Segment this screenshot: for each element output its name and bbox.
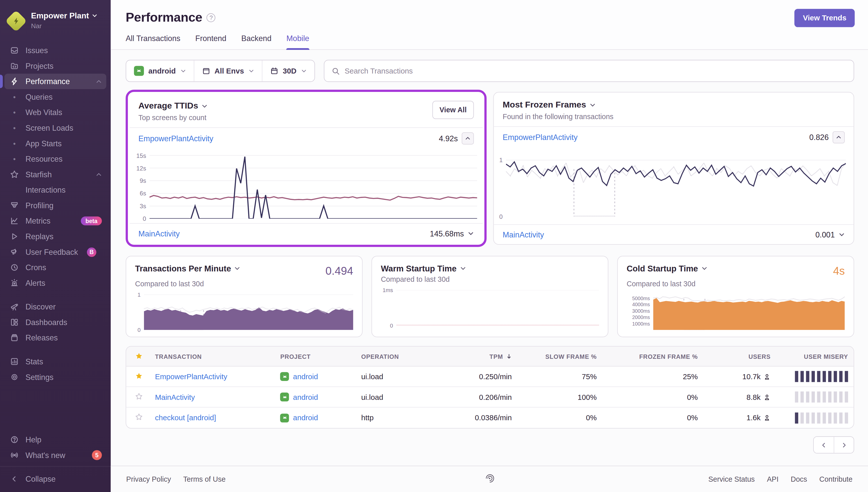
transaction-link[interactable]: EmpowerPlantActivity — [138, 134, 213, 143]
sidebar-item-user-feedback[interactable]: User Feedback B — [4, 244, 106, 260]
project-cell[interactable]: android — [275, 372, 356, 381]
chevron-down-icon[interactable] — [201, 103, 207, 109]
column-header-sorted[interactable]: TPM — [440, 353, 517, 360]
help-icon — [9, 435, 20, 444]
frozen-frame-cell: 25% — [602, 372, 703, 381]
sidebar-item-discover[interactable]: Discover — [4, 299, 106, 315]
search-input[interactable] — [344, 67, 846, 75]
chevron-down-icon[interactable] — [234, 265, 240, 271]
sidebar-item-profiling[interactable]: Profiling — [4, 198, 106, 213]
environment-filter[interactable]: All Envs — [194, 60, 262, 81]
tpm-card: Transactions Per Minute 0.494 Compared t… — [126, 256, 362, 337]
sidebar-item-queries[interactable]: •Queries — [4, 89, 106, 105]
android-project-icon — [280, 393, 289, 401]
docs-link[interactable]: Docs — [791, 475, 807, 484]
sidebar-item-metrics[interactable]: Metrics beta — [4, 213, 106, 229]
next-page-button[interactable] — [834, 437, 854, 453]
card-title: Transactions Per Minute — [135, 264, 231, 273]
star-toggle[interactable] — [126, 372, 149, 381]
user-icon — [763, 373, 771, 380]
transaction-link[interactable]: MainActivity — [503, 230, 544, 239]
org-logo-icon — [6, 11, 25, 30]
transaction-link[interactable]: MainActivity — [150, 393, 275, 401]
sidebar-item-issues[interactable]: Issues — [4, 43, 106, 58]
chevron-down-icon[interactable] — [589, 102, 595, 108]
column-header[interactable]: Users — [704, 353, 776, 360]
chevron-down-icon[interactable] — [701, 265, 707, 271]
sidebar-item-stats[interactable]: Stats — [4, 354, 106, 369]
date-range-filter[interactable]: 30D — [262, 60, 314, 81]
org-switcher[interactable]: Empower Plant Nar — [0, 8, 111, 38]
warm-startup-chart: 1ms0 — [381, 290, 599, 325]
chevron-up-icon — [96, 171, 102, 177]
chevron-left-icon — [820, 442, 827, 448]
sidebar-item-label: App Starts — [25, 139, 62, 148]
project-cell[interactable]: android — [275, 393, 356, 401]
sidebar-item-settings[interactable]: Settings — [4, 369, 106, 385]
view-trends-button[interactable]: View Trends — [795, 9, 855, 27]
contribute-link[interactable]: Contribute — [819, 475, 853, 484]
transaction-link[interactable]: EmpowerPlantActivity — [503, 133, 578, 142]
sidebar-item-web-vitals[interactable]: •Web Vitals — [4, 105, 106, 120]
column-header[interactable]: User Misery — [776, 353, 854, 360]
sidebar-item-label: Profiling — [25, 201, 53, 210]
tab-mobile[interactable]: Mobile — [286, 34, 309, 49]
average-ttids-chart: 15s12s9s6s3s0 — [130, 151, 477, 219]
users-cell: 1.6k — [704, 414, 776, 422]
sidebar-item-screen-loads[interactable]: •Screen Loads — [4, 120, 106, 136]
slow-frame-cell: 0% — [517, 414, 602, 422]
sidebar-item-whats-new[interactable]: What's new 5 — [4, 447, 106, 463]
play-icon — [9, 232, 20, 241]
service-status-link[interactable]: Service Status — [708, 475, 755, 484]
card-subtitle: Compared to last 30d — [381, 275, 599, 284]
api-link[interactable]: API — [767, 475, 778, 484]
sidebar-item-performance[interactable]: Performance — [4, 74, 106, 90]
card-value: 4s — [833, 265, 845, 277]
sidebar-item-resources[interactable]: •Resources — [4, 151, 106, 167]
help-circle-icon[interactable]: ? — [207, 13, 215, 22]
tab-frontend[interactable]: Frontend — [195, 34, 226, 49]
collapse-chart-button[interactable] — [462, 132, 474, 145]
sidebar-item-releases[interactable]: Releases — [4, 330, 106, 346]
sidebar-item-replays[interactable]: Replays — [4, 229, 106, 244]
panel-title: Average TTIDs — [138, 101, 198, 111]
sidebar-item-label: Queries — [25, 92, 53, 101]
sidebar-item-app-starts[interactable]: •App Starts — [4, 136, 106, 151]
sidebar-item-dashboards[interactable]: Dashboards — [4, 315, 106, 330]
previous-page-button[interactable] — [814, 437, 834, 453]
collapse-button[interactable]: Collapse — [4, 471, 106, 487]
sidebar-item-help[interactable]: Help — [4, 432, 106, 447]
sidebar-item-starfish[interactable]: Starfish — [4, 167, 106, 182]
column-header[interactable]: Transaction — [150, 353, 275, 360]
chevron-down-icon[interactable] — [460, 265, 466, 271]
tab-all-transactions[interactable]: All Transactions — [126, 34, 180, 49]
page-title: Performance — [126, 10, 202, 25]
column-header[interactable]: Project — [275, 353, 356, 360]
sidebar-item-projects[interactable]: Projects — [4, 58, 106, 74]
star-column-header[interactable] — [126, 352, 149, 361]
transaction-link[interactable]: MainActivity — [138, 229, 180, 238]
tab-backend[interactable]: Backend — [241, 34, 271, 49]
column-header[interactable]: Operation — [356, 353, 440, 360]
star-toggle[interactable] — [126, 392, 149, 401]
card-title: Cold Startup Time — [627, 264, 698, 273]
terms-link[interactable]: Terms of Use — [183, 475, 226, 484]
expand-chart-button[interactable] — [468, 230, 474, 237]
collapse-chart-button[interactable] — [833, 131, 845, 143]
bullet-icon: • — [9, 139, 20, 148]
privacy-policy-link[interactable]: Privacy Policy — [126, 475, 171, 484]
view-all-button[interactable]: View All — [432, 101, 474, 119]
transaction-link[interactable]: EmpowerPlantActivity — [150, 372, 275, 381]
star-icon — [135, 392, 143, 400]
project-cell[interactable]: android — [275, 414, 356, 422]
project-filter[interactable]: android — [126, 60, 193, 81]
column-header[interactable]: Frozen Frame % — [602, 353, 703, 360]
star-toggle[interactable] — [126, 413, 149, 422]
sidebar-item-interactions[interactable]: Interactions — [4, 182, 106, 198]
main-area: Performance ? View Trends All Transactio… — [111, 0, 868, 492]
sidebar-item-crons[interactable]: Crons — [4, 260, 106, 275]
expand-chart-button[interactable] — [839, 231, 845, 238]
column-header[interactable]: Slow Frame % — [517, 353, 602, 360]
sidebar-item-alerts[interactable]: Alerts — [4, 275, 106, 291]
transaction-link[interactable]: checkout [android] — [150, 414, 275, 422]
